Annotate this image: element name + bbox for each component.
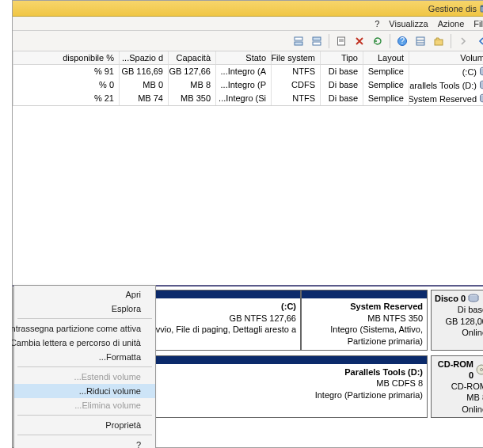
cell-cap: 350 MB — [156, 92, 203, 105]
cell-spazio: 116,69 GB — [107, 65, 156, 78]
toolbar-separator — [317, 34, 318, 48]
menu-action[interactable]: Azione — [426, 19, 453, 28]
ctx-help[interactable]: ? — [2, 438, 143, 448]
table-row[interactable]: System ReservedSempliceDi baseNTFSIntegr… — [1, 92, 482, 105]
app-icon — [468, 3, 479, 14]
disk-size: 8 MB — [423, 392, 475, 403]
menu-bar: File Azione Visualizza ? — [1, 17, 482, 31]
ctx-open[interactable]: Apri — [2, 287, 143, 302]
properties-button[interactable] — [321, 33, 337, 49]
svg-rect-11 — [301, 37, 309, 40]
window-title: Gestione dis — [416, 4, 465, 13]
cell-pct: 21 % — [1, 92, 107, 105]
volume-icon — [467, 93, 477, 104]
toolbar-separator — [439, 34, 439, 48]
table-row[interactable]: Parallels Tools (D:)SempliceDi baseCDFSI… — [1, 78, 482, 92]
cell-tipo: Di base — [308, 78, 351, 92]
partition-status: Integro (Partizione primaria) — [303, 390, 411, 400]
table-row[interactable]: (C:)SempliceDi baseNTFSIntegro (A...127,… — [1, 65, 482, 78]
view-bottom-button[interactable] — [279, 33, 295, 49]
svg-rect-14 — [283, 42, 291, 45]
disk-info-panel[interactable]: Disco 0Di base128,00 GBOnline — [419, 290, 479, 351]
cd-icon — [464, 364, 475, 375]
cell-volume: (C:) — [451, 67, 465, 77]
cell-stato: Integro (P... — [203, 78, 259, 92]
ctx-separator — [6, 366, 140, 367]
cell-fs: NTFS — [259, 65, 308, 78]
menu-help[interactable]: ? — [363, 19, 367, 28]
ctx-separator — [6, 318, 140, 319]
col-fs[interactable]: File system — [259, 51, 308, 64]
partition-size: 127,66 GB NTFS — [218, 313, 284, 323]
disk-size: 128,00 GB — [423, 316, 475, 327]
svg-rect-2 — [423, 40, 431, 45]
cell-volume: Parallels Tools (D:) — [397, 81, 465, 90]
cell-cap: 8 MB — [156, 78, 203, 92]
ctx-separator — [6, 415, 140, 416]
window-titlebar: Gestione dis — [1, 1, 482, 17]
view-list-button[interactable] — [401, 33, 416, 49]
disk-type: Di base — [423, 304, 475, 315]
context-menu: Apri Esplora Contrassegna partizione com… — [2, 285, 144, 448]
ctx-extend-volume: Estendi volume... — [2, 370, 143, 384]
svg-rect-13 — [283, 37, 291, 40]
toolbar: ? — [1, 31, 482, 51]
partition-size: 8 MB CDFS — [364, 378, 411, 388]
col-volume[interactable]: Volume — [397, 51, 482, 64]
disk-type: CD-ROM — [423, 381, 475, 392]
disk-info-panel[interactable]: CD-ROM 0CD-ROM8 MBOnline — [419, 355, 479, 418]
delete-button[interactable] — [340, 33, 356, 49]
col-capacita[interactable]: Capacità — [156, 51, 203, 64]
disk-name: CD-ROM 0 — [423, 359, 462, 382]
disk-icon — [456, 294, 467, 303]
view-top-button[interactable] — [297, 33, 313, 49]
cell-tipo: Di base — [308, 65, 351, 78]
disk-status: Online — [423, 404, 475, 415]
partition-title: System Reserved — [338, 302, 411, 311]
svg-point-20 — [469, 368, 471, 370]
cell-stato: Integro (Si... — [203, 92, 259, 105]
cell-cap: 127,66 GB — [156, 65, 203, 78]
col-pct[interactable]: % disponibile — [1, 51, 107, 64]
disk-name: Disco 0 — [423, 293, 454, 304]
ctx-mark-active[interactable]: Contrassegna partizione come attiva — [2, 321, 143, 336]
cell-stato: Integro (A... — [203, 65, 259, 78]
svg-text:?: ? — [388, 36, 393, 45]
col-tipo[interactable]: Tipo — [308, 51, 351, 64]
volume-grid: Volume Layout Tipo File system Stato Cap… — [1, 51, 482, 106]
partition-status: Integro (Sistema, Attivo, Partizione pri… — [318, 325, 411, 346]
ctx-shrink-volume[interactable]: Riduci volume... — [2, 384, 143, 398]
partition-title: (C:) — [269, 302, 284, 311]
col-stato[interactable]: Stato — [203, 51, 259, 64]
partition[interactable]: System Reserved350 MB NTFSIntegro (Siste… — [289, 290, 416, 351]
refresh-button[interactable] — [358, 33, 374, 49]
svg-rect-3 — [405, 37, 413, 45]
disk-status: Online — [423, 327, 475, 338]
up-button[interactable] — [419, 33, 435, 49]
toolbar-separator — [378, 34, 378, 48]
partition[interactable]: Parallels Tools (D:)8 MB CDFSIntegro (Pa… — [115, 355, 416, 418]
cell-layout: Semplice — [351, 78, 397, 92]
cell-layout: Semplice — [351, 65, 397, 78]
ctx-properties[interactable]: Proprietà — [2, 418, 143, 432]
ctx-change-letter[interactable]: Cambia lettera e percorso di unità... — [2, 336, 143, 350]
svg-rect-12 — [301, 42, 309, 45]
ctx-format[interactable]: Formatta... — [2, 350, 143, 364]
forward-button[interactable] — [443, 33, 459, 49]
col-spazio[interactable]: Spazio d... — [107, 51, 156, 64]
cell-fs: NTFS — [259, 92, 308, 105]
partition-stripe — [116, 356, 415, 364]
grid-header: Volume Layout Tipo File system Stato Cap… — [1, 51, 482, 65]
partition-stripe — [290, 290, 415, 298]
ctx-delete-volume: Elimina volume... — [2, 398, 143, 412]
back-button[interactable] — [462, 33, 477, 49]
volume-icon — [467, 80, 477, 90]
menu-view[interactable]: Visualizza — [377, 19, 416, 28]
ctx-explore[interactable]: Esplora — [2, 302, 143, 316]
col-layout[interactable]: Layout — [351, 51, 397, 64]
help-button[interactable]: ? — [382, 33, 398, 49]
cell-pct: 91 % — [1, 65, 107, 78]
menu-file[interactable]: File — [462, 19, 476, 28]
partition-size: 350 MB NTFS — [356, 313, 411, 323]
cell-pct: 0 % — [1, 78, 107, 92]
